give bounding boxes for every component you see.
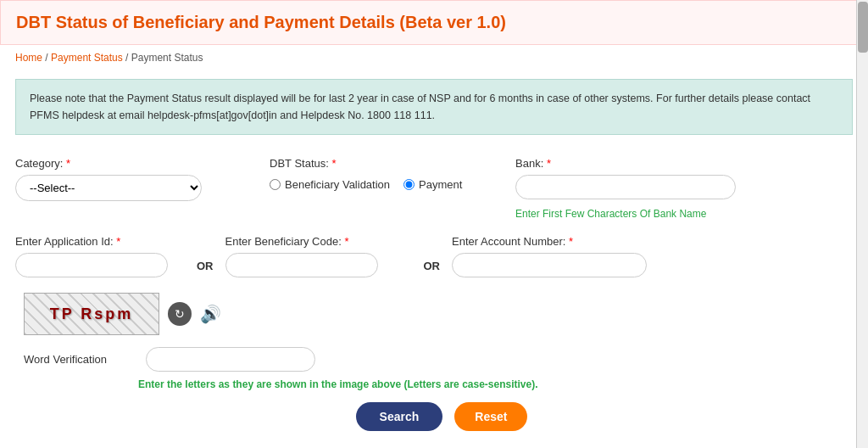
- button-row: Search Reset: [15, 402, 853, 431]
- audio-icon: 🔊: [200, 305, 221, 323]
- breadcrumb-sep2: /: [125, 52, 131, 64]
- breadcrumb-current: Payment Status: [131, 52, 203, 64]
- breadcrumb-link1[interactable]: Payment Status: [51, 52, 123, 64]
- category-label: Category: *: [15, 157, 261, 170]
- form-row-2: Enter Application Id: * OR Enter Benefic…: [15, 235, 853, 277]
- breadcrumb-home[interactable]: Home: [15, 52, 42, 64]
- notice-text: Please note that the Payment Status resu…: [30, 92, 810, 121]
- scrollbar-thumb: [858, 2, 868, 53]
- word-verification-label: Word Verification: [24, 353, 134, 366]
- radio-payment-label[interactable]: Payment: [403, 178, 462, 191]
- acc-num-group: Enter Account Number: *: [452, 235, 672, 277]
- breadcrumb: Home / Payment Status / Payment Status: [0, 45, 868, 70]
- refresh-icon: ↻: [175, 307, 185, 321]
- search-button[interactable]: Search: [356, 402, 443, 431]
- form-row-1: Category: * --Select-- DBT Status: * Ben…: [15, 157, 853, 220]
- page-header: DBT Status of Beneficiary and Payment De…: [0, 0, 868, 45]
- app-id-input[interactable]: [15, 253, 168, 277]
- captcha-image: TP Rspm: [24, 293, 159, 335]
- ben-code-group: Enter Beneficiary Code: *: [225, 235, 412, 277]
- or-label-1: OR: [185, 241, 225, 272]
- acc-num-input[interactable]: [452, 253, 647, 277]
- app-id-group: Enter Application Id: *: [15, 235, 185, 277]
- word-verification-input[interactable]: [146, 347, 315, 372]
- ben-code-required: *: [344, 235, 348, 248]
- app-id-required: *: [116, 235, 120, 248]
- captcha-text: TP Rspm: [50, 305, 134, 323]
- category-required: *: [66, 157, 70, 170]
- captcha-refresh-button[interactable]: ↻: [168, 302, 192, 326]
- radio-beneficiary-label[interactable]: Beneficiary Validation: [270, 178, 390, 191]
- bank-group: Bank: * Enter First Few Characters Of Ba…: [507, 157, 778, 220]
- category-select[interactable]: --Select--: [15, 175, 202, 201]
- dbt-required: *: [331, 157, 336, 170]
- acc-num-label: Enter Account Number: *: [452, 235, 672, 248]
- notice-box: Please note that the Payment Status resu…: [15, 79, 853, 135]
- bank-required: *: [547, 157, 551, 170]
- radio-beneficiary[interactable]: [270, 179, 281, 190]
- ben-code-label: Enter Beneficiary Code: *: [225, 235, 412, 248]
- captcha-row: TP Rspm ↻ 🔊: [15, 293, 853, 335]
- bank-hint: Enter First Few Characters Of Bank Name: [515, 208, 778, 220]
- scrollbar[interactable]: [856, 0, 868, 448]
- page-title: DBT Status of Beneficiary and Payment De…: [16, 13, 506, 31]
- app-id-label: Enter Application Id: *: [15, 235, 185, 248]
- acc-num-required: *: [569, 235, 573, 248]
- ben-code-input[interactable]: [225, 253, 378, 277]
- bank-input[interactable]: [515, 175, 736, 199]
- case-hint: Enter the letters as they are shown in t…: [15, 378, 853, 390]
- dbt-status-label: DBT Status: *: [270, 157, 507, 170]
- captcha-audio-button[interactable]: 🔊: [200, 304, 221, 324]
- or-label-2: OR: [412, 241, 453, 272]
- radio-row: Beneficiary Validation Payment: [270, 178, 507, 191]
- form-section: Category: * --Select-- DBT Status: * Ben…: [0, 143, 868, 445]
- reset-button[interactable]: Reset: [454, 402, 527, 431]
- verify-row: Word Verification: [15, 347, 853, 372]
- dbt-status-group: DBT Status: * Beneficiary Validation Pay…: [261, 157, 507, 191]
- category-group: Category: * --Select--: [15, 157, 261, 201]
- radio-payment[interactable]: [403, 179, 415, 190]
- bank-label: Bank: *: [515, 157, 778, 170]
